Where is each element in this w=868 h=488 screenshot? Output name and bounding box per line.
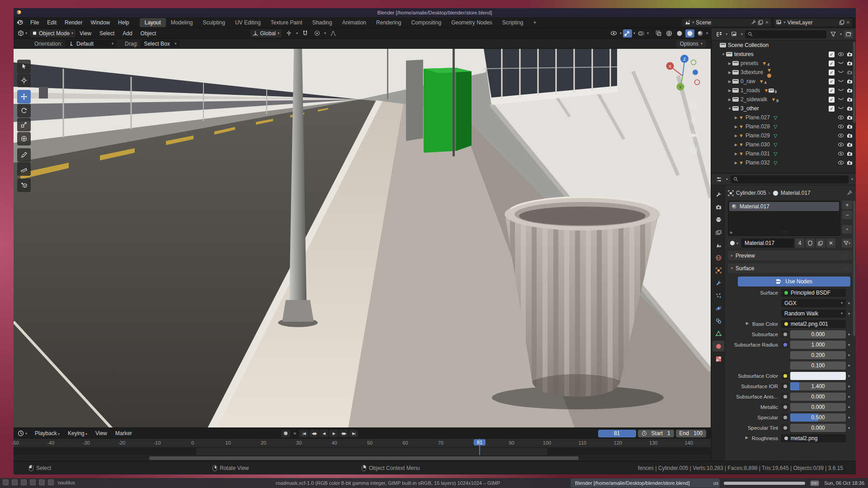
keyboard-layout-indicator[interactable]: us: [713, 480, 719, 486]
taskbar-app-icon[interactable]: [30, 479, 36, 485]
outliner-row[interactable]: ▶▼Plane.032▽: [712, 158, 856, 167]
value-field[interactable]: 0.000: [790, 424, 846, 432]
axis-y-neg[interactable]: [691, 60, 696, 65]
camera-view-icon[interactable]: [688, 129, 700, 141]
expand-icon[interactable]: ▶: [733, 143, 739, 147]
taskbar-window-blender[interactable]: Blender [/home/amalie/Desktop/blender/st…: [571, 479, 720, 488]
tab-shading[interactable]: Shading: [307, 18, 337, 27]
properties-tab-texture[interactable]: [712, 353, 724, 364]
camera-toggle-icon[interactable]: [846, 160, 853, 165]
outliner-row[interactable]: ▶1_roads▼9✓: [712, 86, 856, 95]
scrollbar-thumb[interactable]: [149, 456, 579, 460]
viewport-menu-view[interactable]: View: [75, 30, 95, 37]
decorator-toggle[interactable]: [781, 413, 789, 421]
playhead-frame-badge[interactable]: 81: [474, 439, 486, 446]
properties-tab-output[interactable]: [712, 214, 724, 225]
outliner-item-label[interactable]: Plane.028: [745, 123, 770, 130]
menu-edit[interactable]: Edit: [43, 19, 61, 26]
camera-toggle-icon[interactable]: [846, 151, 853, 156]
drag-setting-dropdown[interactable]: Select Box ▾: [141, 40, 179, 47]
green-box[interactable]: [406, 60, 472, 153]
outliner-row[interactable]: ▼textures✓: [712, 50, 856, 59]
expand-icon[interactable]: ▶: [727, 98, 732, 102]
show-overlays-icon[interactable]: [637, 29, 646, 38]
show-gizmo-icon[interactable]: [623, 29, 632, 38]
collapse-icon[interactable]: ▼: [721, 52, 726, 56]
checkbox-icon[interactable]: ✓: [829, 106, 835, 112]
filter-icon[interactable]: [829, 30, 838, 38]
specials-filter-icon[interactable]: ▾: [842, 239, 852, 248]
timeline-menu-keying[interactable]: Keying ▾: [64, 430, 91, 436]
orientation-setting-dropdown[interactable]: Default ▾: [65, 40, 117, 47]
jump-start-button[interactable]: |◀: [299, 430, 308, 437]
properties-tab-view-layer[interactable]: [712, 227, 724, 238]
value-field[interactable]: 0.500: [790, 413, 846, 422]
animate-dot-icon[interactable]: ●: [846, 301, 852, 305]
camera-toggle-icon[interactable]: [846, 52, 853, 56]
camera-toggle-icon[interactable]: [846, 133, 853, 138]
taskbar-app-icon[interactable]: [39, 479, 45, 485]
fake-user-shield-icon[interactable]: [806, 239, 815, 248]
value-field[interactable]: metal2.png: [781, 434, 846, 442]
value-field[interactable]: 0.100: [790, 361, 846, 370]
outliner-row[interactable]: ▶▼Plane.029▽: [712, 131, 856, 140]
new-scene-icon[interactable]: [758, 20, 763, 25]
snap-target-icon[interactable]: [284, 29, 293, 38]
checkbox-icon[interactable]: ✓: [829, 88, 835, 94]
chevron-down-icon[interactable]: ▾: [851, 177, 853, 181]
outliner-row[interactable]: ▶▼Plane.027▽: [712, 113, 856, 122]
close-icon[interactable]: ✕: [846, 20, 850, 25]
expand-icon[interactable]: ▶: [745, 436, 748, 440]
outliner-row[interactable]: ▶2_sidewalk▼8✓: [712, 95, 856, 104]
unlink-material-icon[interactable]: ✕: [826, 239, 835, 248]
jump-end-button[interactable]: ▶|: [349, 430, 358, 437]
display-mode-icon[interactable]: [730, 30, 739, 38]
material-name-field[interactable]: Material.017: [741, 239, 794, 248]
eye-closed-icon[interactable]: [837, 80, 844, 83]
play-button[interactable]: ▶: [329, 430, 338, 437]
eye-open-icon[interactable]: [837, 52, 844, 56]
outliner-item-label[interactable]: 1_roads: [741, 87, 760, 94]
grid-view-icon[interactable]: [688, 144, 700, 156]
keying-filter-icon[interactable]: ✕: [293, 431, 297, 436]
animate-dot-icon[interactable]: ●: [846, 426, 852, 430]
animate-dot-icon[interactable]: ●: [846, 415, 852, 420]
shading-wireframe-icon[interactable]: [665, 29, 674, 38]
outliner-row[interactable]: ▶0_raw▼4✓: [712, 77, 856, 86]
mode-selector[interactable]: Object Mode ▾: [30, 29, 75, 38]
properties-tab-material[interactable]: [712, 341, 724, 352]
expand-icon[interactable]: ▶: [733, 152, 739, 156]
shading-rendered-icon[interactable]: [696, 29, 705, 38]
proportional-falloff-icon[interactable]: [329, 29, 338, 38]
viewport-menu-select[interactable]: Select: [95, 30, 118, 37]
outliner-search-input[interactable]: [745, 30, 826, 38]
outliner-item-label[interactable]: 3_other: [741, 105, 759, 112]
animate-dot-icon[interactable]: ●: [846, 332, 852, 337]
eye-open-icon[interactable]: [837, 160, 844, 165]
checkbox-icon[interactable]: ✓: [829, 61, 835, 66]
collapse-icon[interactable]: ▼: [727, 107, 732, 111]
taskbar-app-icon[interactable]: [12, 479, 18, 485]
outliner-row[interactable]: Scene Collection: [712, 41, 856, 50]
axis-z-neg[interactable]: [693, 70, 698, 75]
value-field[interactable]: 1.000: [790, 341, 846, 349]
outliner-item-label[interactable]: textures: [734, 51, 754, 57]
remove-slot-button[interactable]: −: [842, 211, 852, 219]
decorator-toggle[interactable]: [781, 403, 789, 411]
decorator-toggle[interactable]: [781, 330, 789, 338]
snap-magnet-icon[interactable]: [301, 29, 310, 38]
eye-open-icon[interactable]: [837, 124, 844, 129]
value-field[interactable]: 0.000: [790, 393, 846, 401]
camera-toggle-icon[interactable]: [846, 115, 853, 120]
decorator-toggle[interactable]: [781, 382, 789, 390]
add-workspace-button[interactable]: +: [528, 18, 542, 27]
camera-toggle-icon[interactable]: [846, 106, 853, 111]
editor-type-icon[interactable]: [714, 30, 723, 38]
editor-type-icon[interactable]: [16, 29, 25, 38]
use-nodes-button[interactable]: Use Nodes: [738, 277, 850, 286]
breadcrumb-object[interactable]: Cylinder.005: [736, 190, 766, 196]
eye-open-icon[interactable]: [837, 142, 844, 147]
eye-closed-icon[interactable]: [837, 98, 844, 101]
users-count-button[interactable]: 4: [795, 239, 804, 248]
navigation-gizmo[interactable]: Z X Y: [662, 52, 703, 94]
